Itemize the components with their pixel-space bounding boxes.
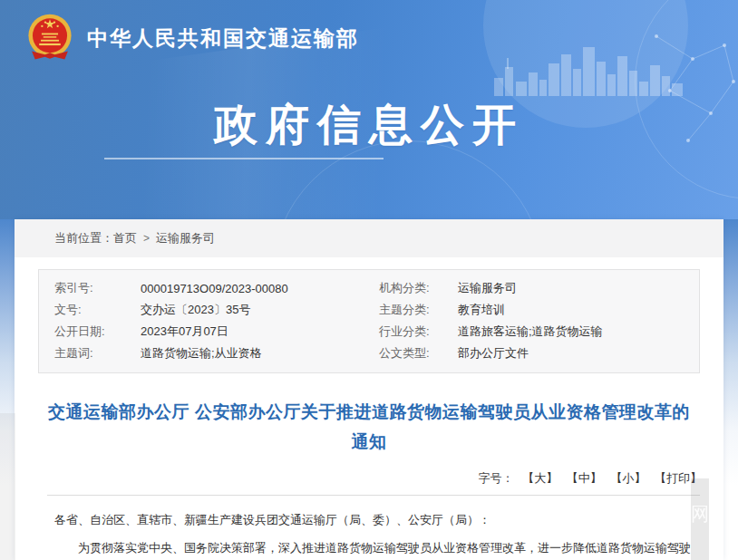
meta-value-keywords: 道路货物运输;从业资格 xyxy=(141,345,379,362)
font-size-controls: 字号： 【大】 【中】 【小】 【打印】 xyxy=(15,470,723,487)
watermark-fragment: 网 xyxy=(691,478,709,560)
meta-label-topic: 主题分类: xyxy=(379,302,458,318)
meta-value-index: 000019713O09/2023-00080 xyxy=(141,282,379,295)
breadcrumb-label: 当前位置： xyxy=(54,230,113,246)
document-title: 交通运输部办公厅 公安部办公厅关于推进道路货物运输驾驶员从业资格管理改革的通知 xyxy=(47,397,691,457)
meta-row: 索引号: 000019713O09/2023-00080 机构分类: 运输服务司 xyxy=(39,277,699,299)
page: 中华人民共和国交通运输部 政府信息公开 当前位置： 首页 > 运输服务司 索引号… xyxy=(0,0,738,560)
breadcrumb-current-link[interactable]: 运输服务司 xyxy=(156,230,215,246)
meta-label-doctype: 公文类型: xyxy=(379,345,458,362)
body-paragraph: 为贯彻落实党中央、国务院决策部署，深入推进道路货物运输驾驶员从业资格管理改革，进… xyxy=(54,536,693,560)
breadcrumb-home-link[interactable]: 首页 xyxy=(113,230,137,246)
meta-label-index: 索引号: xyxy=(54,280,141,296)
meta-row: 文号: 交办运〔2023〕35号 主题分类: 教育培训 xyxy=(39,299,699,321)
title-divider xyxy=(47,495,700,496)
national-emblem-icon xyxy=(24,12,76,64)
site-title: 中华人民共和国交通运输部 xyxy=(87,24,359,53)
font-size-large-button[interactable]: 【大】 xyxy=(522,471,558,485)
meta-value-docno: 交办运〔2023〕35号 xyxy=(141,302,379,318)
meta-label-industry: 行业分类: xyxy=(379,323,458,340)
meta-label-org: 机构分类: xyxy=(379,280,458,296)
salutation-paragraph: 各省、自治区、直辖市、新疆生产建设兵团交通运输厅（局、委）、公安厅（局）： xyxy=(54,507,693,533)
meta-label-docno: 文号: xyxy=(54,302,141,318)
meta-label-keywords: 主题词: xyxy=(54,345,141,362)
font-size-small-button[interactable]: 【小】 xyxy=(610,471,646,485)
font-size-label: 字号： xyxy=(479,471,514,485)
breadcrumb-separator: > xyxy=(143,232,150,245)
meta-value-industry: 道路旅客运输;道路货物运输 xyxy=(458,323,699,340)
breadcrumb: 当前位置： 首页 > 运输服务司 xyxy=(15,219,723,257)
meta-value-org: 运输服务司 xyxy=(458,280,699,296)
document-body: 各省、自治区、直辖市、新疆生产建设兵团交通运输厅（局、委）、公安厅（局）： 为贯… xyxy=(54,507,693,560)
banner-underline xyxy=(104,158,384,159)
site-header: 中华人民共和国交通运输部 政府信息公开 xyxy=(0,0,738,219)
content-panel: 当前位置： 首页 > 运输服务司 索引号: 000019713O09/2023-… xyxy=(15,219,723,560)
top-bar: 中华人民共和国交通运输部 xyxy=(0,0,738,76)
meta-label-date: 公开日期: xyxy=(54,323,141,340)
meta-value-date: 2023年07月07日 xyxy=(141,323,379,340)
meta-value-topic: 教育培训 xyxy=(458,302,699,318)
page-banner-title: 政府信息公开 xyxy=(0,96,738,154)
meta-row: 主题词: 道路货物运输;从业资格 公文类型: 部办公厅文件 xyxy=(39,343,699,364)
meta-row: 公开日期: 2023年07月07日 行业分类: 道路旅客运输;道路货物运输 xyxy=(39,321,699,343)
meta-value-doctype: 部办公厅文件 xyxy=(458,345,699,362)
watermark-fragment xyxy=(0,413,15,560)
document-meta-table: 索引号: 000019713O09/2023-00080 机构分类: 运输服务司… xyxy=(38,269,700,373)
font-size-medium-button[interactable]: 【中】 xyxy=(567,471,602,485)
content-background: 当前位置： 首页 > 运输服务司 索引号: 000019713O09/2023-… xyxy=(0,219,738,560)
